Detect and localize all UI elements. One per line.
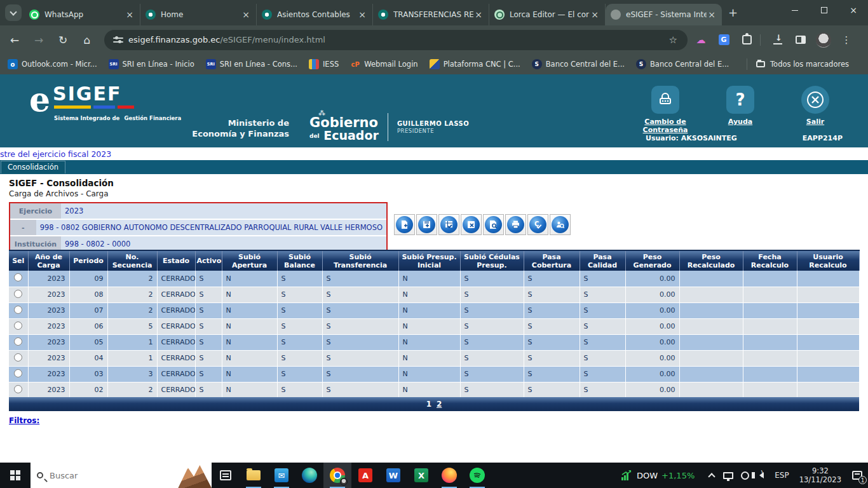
row-select-radio[interactable] [14,385,22,393]
audit-search-button[interactable] [550,214,571,235]
firefox-button[interactable] [435,463,463,488]
bookmark-star-icon[interactable]: ☆ [665,34,681,46]
table-cell: CERRADO [157,318,195,334]
president-name: GUILLERMO LASSO [397,120,469,128]
row-select-radio[interactable] [14,322,22,330]
table-cell: N [222,318,277,334]
save-upload-button[interactable] [416,214,437,235]
minimize-button[interactable] [780,0,810,20]
reload-icon[interactable]: ↻ [53,30,72,50]
row-select-radio[interactable] [14,306,22,314]
tab-transferencias[interactable]: TRANSFERENCIAS RE × [373,4,489,25]
close-window-button[interactable]: × [839,0,868,20]
close-icon[interactable]: × [590,10,600,20]
table-row: 2023022CERRADOSNSSNSSS0.00 [9,382,859,398]
browser-menu-icon[interactable]: ⋮ [837,30,856,50]
extensions-puzzle-icon[interactable] [737,30,756,50]
url-text[interactable]: esigef.finanzas.gob.ec/eSIGEF/menu/index… [128,35,665,44]
all-bookmarks-button[interactable]: Todos los marcadores [756,60,849,69]
close-icon[interactable]: × [241,10,251,20]
table-cell: 2023 [28,318,69,334]
table-cell: S [460,318,524,334]
preview-search-button[interactable] [483,214,504,235]
taskbar-clock[interactable]: 9:32 13/11/2023 [794,466,846,484]
page-2-link[interactable]: 2 [437,400,442,409]
task-view-button[interactable] [212,463,240,488]
table-cell: S [580,350,625,366]
language-indicator[interactable]: ESP [770,471,794,480]
stock-widget[interactable]: DOW +1,15% [620,469,695,482]
tab-asientos[interactable]: Asientos Contables × [257,4,373,25]
close-icon[interactable]: × [473,10,484,20]
address-bar[interactable]: esigef.finanzas.gob.ec/eSIGEF/menu/index… [104,30,688,50]
cloud-extension-icon[interactable]: ☁ [691,30,710,50]
mail-button[interactable]: ✉ [268,463,295,488]
network-icon[interactable] [720,463,736,488]
back-icon[interactable]: ← [5,30,24,50]
tab-home[interactable]: Home × [140,4,257,25]
table-cell [679,271,743,287]
profile-avatar[interactable] [814,30,833,50]
print-button[interactable] [505,214,526,235]
downloads-icon[interactable] [768,30,787,50]
menu-consolidacion[interactable]: Consolidación [1,161,65,173]
column-header: Pasa Calidad [580,250,625,271]
translate-icon[interactable]: G [714,30,733,50]
spotify-button[interactable] [463,463,491,488]
row-select-radio[interactable] [14,353,22,362]
taskbar-search[interactable] [31,463,212,488]
assistant-icon[interactable] [736,463,753,488]
close-icon[interactable]: × [357,10,367,20]
row-select-radio[interactable] [14,273,22,281]
tab-esigef-active[interactable]: eSIGEF - Sistema Inte × [606,4,722,25]
change-password-button[interactable]: Cambio de Contraseña [638,86,693,134]
tray-expand-button[interactable] [703,463,720,488]
validate-form-button[interactable] [438,214,459,235]
word-button[interactable]: W [379,463,407,488]
bookmark-bce-1[interactable]: SBanco Central del E... [532,59,625,69]
forward-icon[interactable]: → [29,30,48,50]
edge-button[interactable] [295,463,323,488]
table-cell: S [195,366,222,382]
tab-whatsapp[interactable]: WhatsApp × [24,4,140,25]
bookmark-webmail[interactable]: cPWebmail Login [350,59,417,69]
approve-button[interactable]: C [527,214,548,235]
search-highlight-image[interactable] [172,463,212,488]
bookmark-sri-inicio[interactable]: SRISRI en Línea - Inicio [109,59,194,69]
bookmark-sri-consultas[interactable]: SRISRI en Línea - Cons... [206,59,297,69]
start-button[interactable] [0,463,31,488]
site-favicon [262,10,272,20]
search-input[interactable] [50,471,158,480]
column-header: Subió Cédulas Presup. [460,250,524,271]
close-icon[interactable]: × [125,10,135,20]
help-button[interactable]: ? Ayuda [713,86,768,134]
padlock-icon [651,86,679,114]
acrobat-button[interactable]: A [351,463,379,488]
maximize-button[interactable] [810,0,839,20]
chrome-button[interactable] [323,463,351,488]
volume-icon[interactable] [753,463,770,488]
side-panel-icon[interactable] [791,30,810,50]
row-select-radio[interactable] [14,369,22,377]
home-icon[interactable]: ⌂ [78,30,97,50]
bookmark-outlook[interactable]: oOutlook.com - Micr... [8,59,97,69]
row-select-radio[interactable] [14,290,22,298]
notification-center-button[interactable]: 1 [846,463,868,488]
file-explorer-button[interactable] [240,463,268,488]
bookmark-iess[interactable]: IESS [309,59,339,69]
tab-search-button[interactable] [5,4,22,21]
create-button[interactable] [394,214,415,235]
close-icon[interactable]: × [707,10,717,20]
tab-lorca[interactable]: Lorca Editor — El cor × [489,4,606,25]
site-info-icon[interactable] [113,35,123,45]
bookmark-bce-2[interactable]: SBanco Central del E... [636,59,729,69]
row-select-radio[interactable] [14,337,22,346]
excel-button[interactable]: X [407,463,435,488]
delete-button[interactable] [461,214,482,235]
filters-link[interactable]: Filtros: [9,416,39,425]
table-row: 2023051CERRADOSNSSNSSS0.00 [9,334,859,350]
logout-button[interactable]: Salir [788,86,843,134]
new-tab-button[interactable]: + [728,6,738,19]
bookmark-cnc[interactable]: Plataforma CNC | C... [430,59,520,69]
page-1-current[interactable]: 1 [426,400,431,409]
